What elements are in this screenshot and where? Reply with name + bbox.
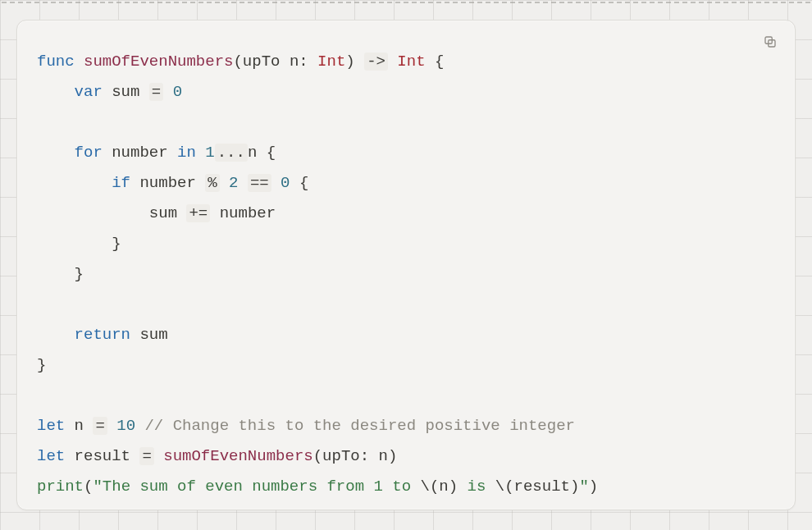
token-op-box: == (248, 174, 271, 192)
token-string: "The sum of even numbers from 1 to (93, 477, 420, 496)
token-number: 0 (281, 174, 290, 192)
token-punct: { (435, 53, 444, 71)
token-punct (168, 144, 177, 162)
token-punct (271, 174, 281, 192)
token-punct (220, 174, 229, 192)
token-punct (163, 83, 172, 101)
token-ident: n (379, 447, 388, 465)
token-param: upTo (243, 53, 281, 71)
token-punct (37, 235, 112, 253)
token-punct (130, 447, 139, 465)
token-punct (426, 53, 435, 71)
token-keyword: if (112, 174, 139, 192)
token-keyword: var (75, 83, 112, 101)
token-punct: { (267, 144, 276, 162)
token-punct: } (75, 265, 84, 283)
token-number: 1 (205, 144, 214, 162)
token-punct (37, 144, 75, 162)
token-punct: ( (233, 53, 242, 71)
token-keyword: func (37, 53, 84, 71)
token-keyword: return (75, 326, 140, 344)
token-ident: number (139, 174, 195, 192)
token-ident: sum (149, 204, 177, 222)
token-punct (290, 174, 299, 192)
token-punct: ( (84, 477, 93, 496)
token-ident: result (75, 447, 130, 465)
token-punct: : (360, 447, 369, 465)
token-punct: { (299, 174, 308, 192)
page-top-dashed-border (2, 2, 810, 8)
token-punct (107, 417, 116, 435)
token-punct (280, 53, 289, 71)
token-ident: number (112, 144, 167, 162)
token-punct (37, 265, 75, 283)
token-punct (210, 204, 219, 222)
token-string: is (458, 477, 495, 496)
token-op-box: = (93, 417, 107, 435)
token-punct: \( (421, 477, 440, 496)
token-punct (37, 204, 149, 222)
token-ident: result (514, 477, 570, 496)
token-punct: ) (449, 477, 458, 496)
token-op-box: += (186, 204, 210, 222)
token-punct (355, 53, 364, 71)
token-punct (196, 174, 205, 192)
token-op-box: ... (215, 144, 248, 162)
token-punct (388, 53, 397, 71)
token-punct: ) (345, 53, 354, 71)
token-punct (37, 326, 75, 344)
token-callname: sumOfEvenNumbers (163, 447, 312, 465)
token-param: n (290, 53, 299, 71)
token-punct: ) (589, 477, 598, 496)
token-punct (37, 174, 112, 192)
token-argname: upTo (322, 447, 360, 465)
token-punct (369, 447, 378, 465)
token-string: " (579, 477, 588, 496)
token-number: 0 (173, 83, 182, 101)
token-funcname: sumOfEvenNumbers (84, 53, 233, 71)
token-op-box: % (205, 174, 219, 192)
token-keyword: in (177, 144, 205, 162)
token-ident: n (439, 477, 448, 496)
code-block-card: func sumOfEvenNumbers(upTo n: Int) -> In… (16, 20, 796, 510)
token-ident: n (248, 144, 257, 162)
token-punct (257, 144, 266, 162)
token-ident: sum (112, 83, 139, 101)
token-punct (37, 83, 75, 101)
token-ident: n (75, 417, 84, 435)
token-punct: \( (495, 477, 514, 496)
token-op-box: -> (364, 53, 388, 71)
token-punct: } (112, 235, 121, 253)
token-type: Int (397, 53, 425, 71)
code-content: func sumOfEvenNumbers(upTo n: Int) -> In… (37, 47, 775, 502)
token-op-box: = (149, 83, 163, 101)
token-comment: // Change this to the desired positive i… (144, 417, 575, 435)
token-keyword: let (37, 417, 75, 435)
token-punct (177, 204, 186, 222)
token-number: 10 (116, 417, 135, 435)
token-punct: : (299, 53, 308, 71)
token-punct: ) (570, 477, 579, 496)
token-punct: } (37, 356, 46, 374)
copy-button[interactable] (759, 32, 782, 55)
token-punct (135, 417, 144, 435)
token-punct: ( (313, 447, 322, 465)
token-op-box: = (139, 447, 153, 465)
token-punct (308, 53, 317, 71)
token-builtin: print (37, 477, 84, 496)
token-number: 2 (229, 174, 238, 192)
token-keyword: let (37, 447, 75, 465)
token-type: Int (317, 53, 345, 71)
token-ident: sum (139, 326, 167, 344)
token-punct (139, 83, 148, 101)
token-keyword: for (75, 144, 112, 162)
token-punct: ) (388, 447, 397, 465)
token-punct (84, 417, 93, 435)
token-punct (154, 447, 163, 465)
copy-icon (763, 34, 778, 53)
token-ident: number (220, 204, 276, 222)
token-punct (238, 174, 247, 192)
